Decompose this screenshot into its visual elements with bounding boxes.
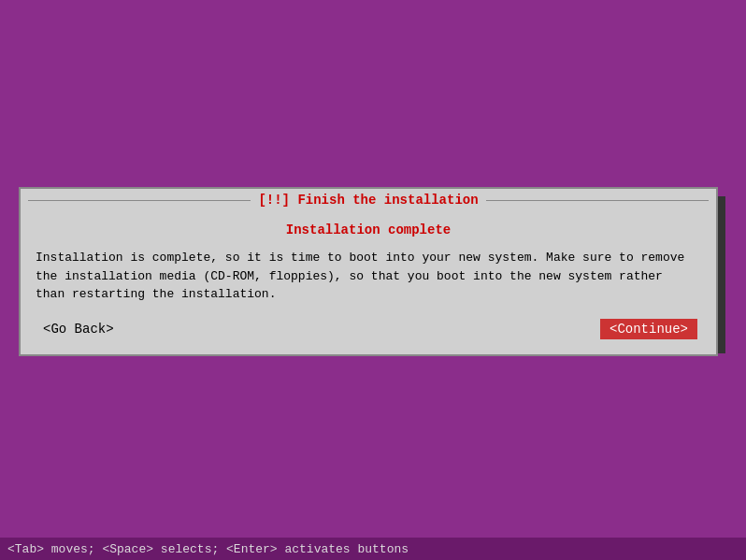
dialog-window: [!!] Finish the installation Installatio…: [19, 187, 718, 356]
dialog-title: [!!] Finish the installation: [258, 193, 478, 208]
dialog-message: Installation is complete, so it is time …: [36, 249, 701, 304]
go-back-button[interactable]: <Go Back>: [39, 320, 118, 338]
title-line-right: [486, 200, 709, 201]
installation-complete-label: Installation complete: [36, 223, 701, 237]
dialog-title-bar: [!!] Finish the installation: [21, 189, 716, 211]
status-bar: <Tab> moves; <Space> selects; <Enter> ac…: [0, 538, 746, 560]
dialog-buttons: <Go Back> <Continue>: [36, 319, 701, 339]
continue-button[interactable]: <Continue>: [600, 319, 697, 339]
status-bar-text: <Tab> moves; <Space> selects; <Enter> ac…: [7, 542, 409, 556]
dialog-body: Installation complete Installation is co…: [21, 211, 716, 354]
title-line-left: [28, 200, 251, 201]
